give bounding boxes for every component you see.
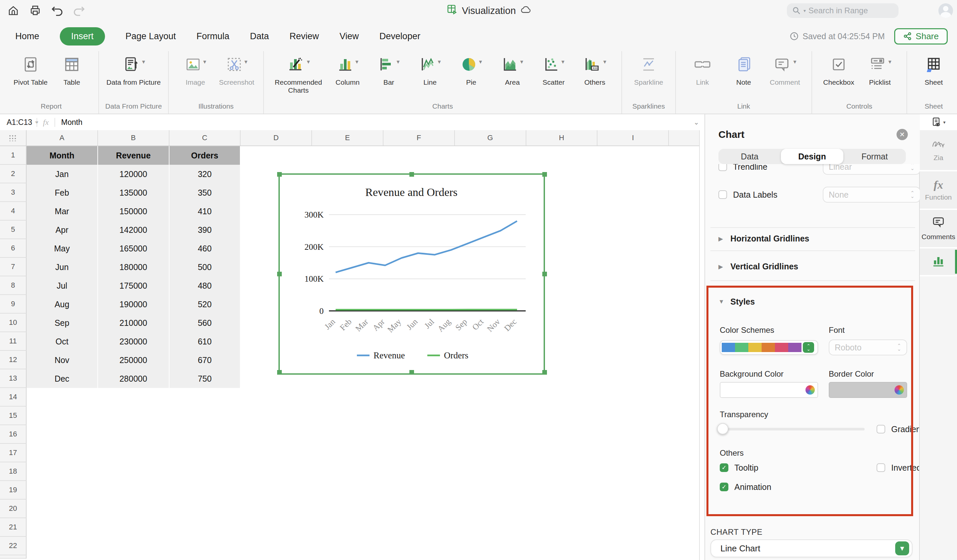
column-header-B[interactable]: B: [98, 130, 169, 145]
strip-item-comments[interactable]: Comments: [920, 210, 957, 248]
data-cell[interactable]: 142000: [98, 221, 169, 239]
panel-tab-design[interactable]: Design: [781, 149, 843, 164]
checkbox-trendline[interactable]: [719, 164, 727, 171]
slider-thumb[interactable]: [717, 423, 728, 434]
checkbox-gradient[interactable]: [876, 425, 885, 434]
tab-home[interactable]: Home: [15, 28, 39, 45]
tab-page-layout[interactable]: Page Layout: [126, 28, 176, 45]
row-header-15[interactable]: 15: [0, 407, 27, 425]
column-header-I[interactable]: I: [597, 130, 669, 145]
column-header-F[interactable]: F: [384, 130, 455, 145]
data-cell[interactable]: Jul: [27, 276, 98, 295]
ribbon-button-comment[interactable]: ▾Comment: [764, 57, 805, 86]
ribbon-button-column[interactable]: ▾Column: [327, 57, 368, 86]
data-cell[interactable]: 175000: [98, 276, 169, 295]
scheme-swatch[interactable]: [775, 343, 788, 352]
fx-icon[interactable]: fx: [36, 118, 55, 127]
table-row[interactable]: Apr142000390: [27, 221, 241, 239]
scheme-swatch[interactable]: [748, 343, 762, 352]
ribbon-button-others[interactable]: ▾Others: [574, 57, 615, 86]
table-row[interactable]: Jul175000480: [27, 276, 241, 295]
column-header-C[interactable]: C: [169, 130, 241, 145]
ribbon-button-sparkline[interactable]: Sparkline: [628, 57, 669, 86]
data-cell[interactable]: 150000: [98, 202, 169, 221]
section-horizontal-gridlines[interactable]: ▶ Horizontal Gridlines: [719, 234, 810, 243]
ribbon-button-link[interactable]: Link: [682, 57, 723, 86]
data-cell[interactable]: Nov: [27, 351, 98, 369]
data-cell[interactable]: 230000: [98, 332, 169, 351]
table-row[interactable]: Feb135000350: [27, 183, 241, 202]
data-cell[interactable]: 250000: [98, 351, 169, 369]
scheme-swatch[interactable]: [788, 343, 801, 352]
strip-item-chart[interactable]: [920, 248, 957, 276]
table-row[interactable]: May165000460: [27, 239, 241, 258]
row-header-partial[interactable]: [0, 555, 27, 559]
print-icon[interactable]: [28, 4, 42, 17]
data-cell[interactable]: 210000: [98, 314, 169, 332]
table-row[interactable]: Mar150000410: [27, 202, 241, 221]
header-cell[interactable]: Revenue: [98, 146, 169, 165]
data-cell[interactable]: 135000: [98, 183, 169, 202]
tab-data[interactable]: Data: [250, 28, 269, 45]
data-cell[interactable]: 520: [169, 295, 241, 314]
sheet-view-button[interactable]: ▾: [920, 114, 957, 131]
row-header-22[interactable]: 22: [0, 537, 27, 555]
data-cell[interactable]: 190000: [98, 295, 169, 314]
data-cell[interactable]: Mar: [27, 202, 98, 221]
row-header-20[interactable]: 20: [0, 500, 27, 518]
strip-item-zia[interactable]: Zia: [920, 130, 957, 171]
data-cell[interactable]: 320: [169, 165, 241, 183]
strip-item-function[interactable]: fxFunction: [920, 171, 957, 210]
column-header-A[interactable]: A: [27, 130, 98, 145]
background-color-field[interactable]: [720, 382, 818, 398]
tab-review[interactable]: Review: [289, 28, 319, 45]
row-header-5[interactable]: 5: [0, 221, 27, 239]
row-header-17[interactable]: 17: [0, 444, 27, 462]
data-cell[interactable]: Oct: [27, 332, 98, 351]
data-cell[interactable]: Jun: [27, 258, 98, 276]
embedded-chart[interactable]: Revenue and Orders0100K200K300KJanFebMar…: [278, 174, 545, 375]
table-row[interactable]: Sep210000560: [27, 314, 241, 332]
table-row[interactable]: Jan120000320: [27, 165, 241, 183]
row-header-4[interactable]: 4: [0, 202, 27, 221]
section-styles[interactable]: ▼ Styles: [719, 297, 755, 306]
row-header-19[interactable]: 19: [0, 481, 27, 500]
data-cell[interactable]: 280000: [98, 369, 169, 388]
ribbon-button-data-from-picture[interactable]: ▾Data from Picture: [105, 57, 162, 86]
selection-handle[interactable]: [277, 272, 282, 276]
panel-close-icon[interactable]: ✕: [897, 129, 908, 140]
table-row[interactable]: Oct230000610: [27, 332, 241, 351]
data-cell[interactable]: 350: [169, 183, 241, 202]
ribbon-button-pivot-table[interactable]: Pivot Table: [10, 57, 51, 86]
column-header-E[interactable]: E: [312, 130, 384, 145]
share-button[interactable]: Share: [894, 28, 948, 44]
data-cell[interactable]: 480: [169, 276, 241, 295]
selection-handle[interactable]: [542, 370, 547, 375]
scheme-swatch[interactable]: [722, 343, 735, 352]
ribbon-button-area[interactable]: ▾Area: [492, 57, 533, 86]
selection-handle[interactable]: [277, 370, 282, 375]
color-wheel-icon[interactable]: [805, 385, 815, 394]
data-cell[interactable]: May: [27, 239, 98, 258]
color-scheme-picker[interactable]: ⌃⌄: [720, 340, 818, 355]
data-cell[interactable]: 180000: [98, 258, 169, 276]
checkbox-tooltip[interactable]: ✓: [720, 463, 728, 472]
data-cell[interactable]: 390: [169, 221, 241, 239]
selection-handle[interactable]: [542, 172, 547, 177]
ribbon-button-checkbox[interactable]: Checkbox: [818, 57, 859, 86]
checkbox-data-labels[interactable]: [719, 190, 727, 199]
tab-developer[interactable]: Developer: [379, 28, 420, 45]
ribbon-button-line[interactable]: ▾Line: [409, 57, 450, 86]
data-cell[interactable]: Sep: [27, 314, 98, 332]
ribbon-button-scatter[interactable]: ▾Scatter: [533, 57, 574, 86]
row-header-2[interactable]: 2: [0, 165, 27, 183]
data-cell[interactable]: Feb: [27, 183, 98, 202]
data-cell[interactable]: Jan: [27, 165, 98, 183]
row-header-6[interactable]: 6: [0, 239, 27, 258]
column-header-H[interactable]: H: [526, 130, 598, 145]
ribbon-button-image[interactable]: ▾Image: [175, 57, 216, 86]
dropdown-data-labels[interactable]: None⌃⌄: [823, 187, 920, 203]
grid-body[interactable]: MonthRevenueOrdersJan120000320Feb1350003…: [27, 146, 241, 388]
undo-icon[interactable]: [51, 4, 64, 17]
table-row[interactable]: Nov250000670: [27, 351, 241, 369]
